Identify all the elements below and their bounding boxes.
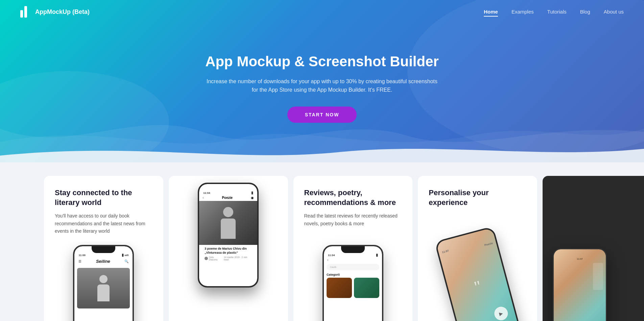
card2-status: 11:04 ▊ [199,184,257,195]
card3-signal: ▊ [376,254,378,257]
nav-item-examples[interactable]: Examples [511,9,534,15]
card-personalise: Personalise your experience 11:07 Poezie… [418,176,537,321]
card5-time: 11:07 [557,258,602,260]
card5-screen: 11:07 [554,249,606,321]
search-placeholder: Caută [330,266,336,268]
card3-nav: ‹ [324,257,382,262]
card1-phone-area: 11:00 ▊ wifi ☰ Seiline 🔍 [44,242,163,321]
card3-notch [341,246,365,253]
card3-phone: 11:04 ▊ ‹ Caută Categorii [323,245,383,321]
card1-title: Stay connected to the literary world [55,188,152,207]
hero-content: App Mockup & Screenshot Builder Increase… [204,40,440,123]
card4-text: Personalise your experience [418,176,537,219]
card-dark: 11:07 [543,176,644,321]
phone-app-name: Seiline [81,259,124,264]
card4-phone-container: 11:07 Poezie " ▶ [418,219,537,321]
person-silhouette [97,275,110,301]
phone-header: ☰ Seiline 🔍 [74,257,133,265]
card4-phone: 11:07 Poezie " ▶ [434,226,521,321]
logo[interactable]: AppMockUp (Beta) [20,6,90,18]
start-now-button[interactable]: START NOW [287,107,357,123]
quote-icon: " [472,276,483,296]
card5-bg: 11:07 [554,249,606,321]
card3-grid [324,278,382,298]
article-date: 14 martie 2019 · 2 min read [224,256,252,261]
card2-screen: 11:04 ▊ ‹ Poezie ◉ [199,184,257,286]
nav-links: Home Examples Tutorials Blog About us [484,9,624,15]
article-content: 3 poeme de Marius Chivu din „Vîntureasa … [199,245,257,263]
card3-time: 11:04 [328,254,335,257]
article-silhouette [221,207,236,239]
article-author: Gelu Diaconu [209,256,223,261]
card-reviews: Reviews, poetry, recommendations & more … [293,176,413,321]
card3-desc: Read the latest reviews for recently rel… [304,212,402,227]
navigation: AppMockUp (Beta) Home Examples Tutorials… [0,0,644,24]
article-meta: Gelu Diaconu 14 martie 2019 · 2 min read [202,256,255,261]
status-icons: ▊ wifi [122,254,129,257]
card5-inner: 11:07 [543,176,644,321]
card5-page [593,263,603,290]
card2-signal: ▊ [252,192,253,194]
play-button: ▶ [493,305,509,321]
cards-section: Stay connected to the literary world You… [0,162,644,321]
card1-text: Stay connected to the literary world You… [44,176,163,242]
phone-notch [92,246,115,253]
card1-phone: 11:00 ▊ wifi ☰ Seiline 🔍 [73,245,134,321]
card2-app-name: Poezie [222,196,233,200]
hero-section: App Mockup & Screenshot Builder Increase… [0,0,644,162]
article-image [199,201,257,245]
play-icon: ▶ [499,310,504,316]
nav-item-tutorials[interactable]: Tutorials [547,9,567,15]
card-literary: Stay connected to the literary world You… [44,176,163,321]
search-btn-phone: 🔍 [124,259,128,263]
card3-title: Reviews, poetry, recommendations & more [304,188,402,207]
category-item-1 [327,278,352,298]
card2-status-icons: ▊ [252,192,253,194]
nav-item-home[interactable]: Home [484,9,498,15]
wifi-icon: wifi [125,254,129,256]
card3-phone-area: 11:04 ▊ ‹ Caută Categorii [293,234,413,321]
card1-desc: You'll have access to our daily book rec… [55,212,152,235]
hero-title: App Mockup & Screenshot Builder [204,53,440,70]
phone-image [77,268,130,308]
nav-item-blog[interactable]: Blog [580,9,590,15]
card3-search-bar[interactable]: Caută [327,264,379,270]
card3-category: Categorii [324,272,382,278]
signal-icon: ▊ [122,254,124,257]
card4-app: Poezie [484,242,493,247]
article-person [199,201,257,245]
card2-phone: 11:04 ▊ ‹ Poezie ◉ [198,183,259,288]
article-title: 3 poeme de Marius Chivu din „Vîntureasa … [202,247,255,256]
search-icon-phone: ☰ [78,259,81,263]
card3-screen: 11:04 ▊ ‹ Caută Categorii [324,246,382,321]
nav-item-about[interactable]: About us [604,9,624,15]
article-body [221,219,236,239]
person-body [97,284,110,301]
category-item-2 [354,278,379,298]
card-poetry: 11:04 ▊ ‹ Poezie ◉ [169,176,288,321]
phone-screen: 11:00 ▊ wifi ☰ Seiline 🔍 [74,246,133,321]
card4-time: 11:07 [442,249,449,254]
person-image [77,268,130,308]
logo-icon [20,6,32,18]
logo-text: AppMockUp (Beta) [35,8,90,16]
card3-back: ‹ [327,258,328,262]
back-icon: ‹ [202,196,204,200]
eye-icon: ◉ [251,196,254,200]
article-head [223,207,233,217]
card5-phone: 11:07 [553,248,607,321]
card2-nav: ‹ Poezie ◉ [199,195,257,201]
card3-text: Reviews, poetry, recommendations & more … [293,176,413,234]
card2-time: 11:04 [203,191,210,194]
card4-title: Personalise your experience [429,188,526,207]
phone-content [74,265,133,311]
person-head [99,275,108,283]
author-avatar [205,257,208,260]
card2-phone-area: 11:04 ▊ ‹ Poezie ◉ [169,176,288,321]
hero-subtitle: Increase the number of downloads for you… [204,77,440,94]
phone-time: 11:00 [78,254,85,257]
card4-screen: 11:07 Poezie " ▶ [436,228,519,321]
